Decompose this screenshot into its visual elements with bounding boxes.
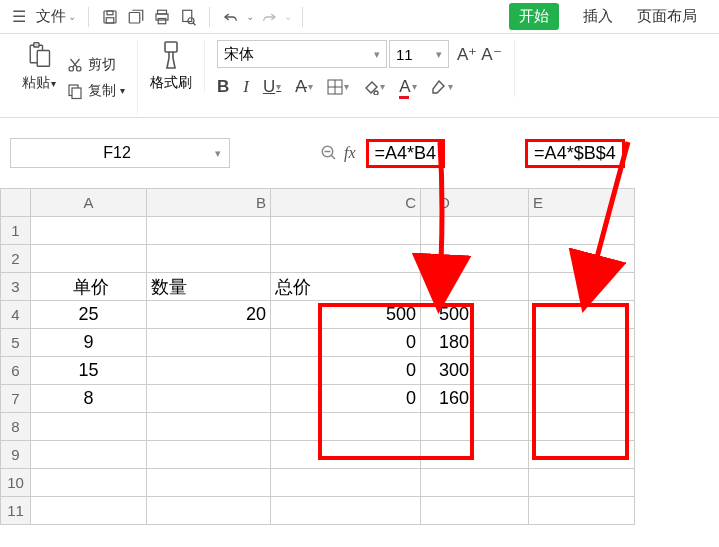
svg-rect-10 [34, 43, 39, 47]
svg-rect-7 [183, 10, 192, 21]
decrease-font-icon[interactable]: A⁻ [481, 44, 501, 65]
row-header[interactable]: 4 [1, 301, 31, 329]
select-all-corner[interactable] [1, 189, 31, 217]
copy-button[interactable]: 复制▾ [66, 82, 125, 100]
row-header[interactable]: 5 [1, 329, 31, 357]
increase-font-icon[interactable]: A⁺ [457, 44, 477, 65]
paste-icon [25, 40, 53, 72]
undo-icon[interactable] [220, 6, 242, 28]
col-header[interactable]: C [271, 189, 421, 217]
tab-start[interactable]: 开始 [509, 3, 559, 30]
font-color-button[interactable]: A▾ [399, 77, 416, 97]
cell[interactable]: 单价 [31, 273, 147, 301]
strikethrough-button[interactable]: A̶▾ [295, 76, 313, 97]
row-header[interactable]: 10 [1, 469, 31, 497]
highlight-button[interactable]: ▾ [431, 79, 453, 95]
row-header[interactable]: 3 [1, 273, 31, 301]
cell[interactable]: 500 [421, 301, 529, 329]
cell[interactable]: 20 [147, 301, 271, 329]
svg-rect-15 [72, 88, 81, 99]
svg-rect-11 [37, 51, 49, 67]
cell[interactable]: 0 [271, 357, 421, 385]
undo-dropdown[interactable]: ⌄ [246, 11, 254, 22]
cell[interactable]: 总价 [271, 273, 421, 301]
svg-rect-16 [165, 42, 177, 52]
underline-button[interactable]: U▾ [263, 77, 281, 97]
file-menu[interactable]: 文件 ⌄ [34, 7, 78, 26]
print-preview-icon[interactable] [177, 6, 199, 28]
title-bar: ☰ 文件 ⌄ ⌄ ⌄ 开始 插入 页面布局 [0, 0, 719, 34]
cell[interactable]: 数量 [147, 273, 271, 301]
print-icon[interactable] [151, 6, 173, 28]
formula-display-e: =A4*$B$4 [525, 139, 625, 168]
col-header[interactable]: D [421, 189, 529, 217]
fx-icon[interactable]: fx [344, 144, 356, 162]
row-header[interactable]: 7 [1, 385, 31, 413]
tab-insert[interactable]: 插入 [583, 3, 613, 30]
svg-rect-3 [129, 12, 140, 23]
cell[interactable]: 500 [271, 301, 421, 329]
brush-icon [159, 40, 183, 72]
row-header[interactable]: 1 [1, 217, 31, 245]
redo-icon[interactable] [258, 6, 280, 28]
svg-rect-6 [158, 18, 166, 23]
paste-button[interactable]: 粘贴▾ [22, 40, 56, 115]
cell[interactable]: 0 [271, 385, 421, 413]
cell[interactable]: 15 [31, 357, 147, 385]
formula-bar: F12▾ fx =A4*B4 =A4*$B$4 [0, 118, 719, 182]
save-as-icon[interactable] [125, 6, 147, 28]
spreadsheet-grid[interactable]: A B C D E 1 2 3单价数量总价 42520500500 590180… [0, 188, 719, 525]
cell[interactable]: 25 [31, 301, 147, 329]
col-header[interactable]: A [31, 189, 147, 217]
svg-rect-2 [106, 17, 114, 22]
ribbon: 粘贴▾ 剪切 复制▾ 格式刷 宋体▾ 11▾ A⁺ A⁻ B I U▾ A̶▾ … [0, 34, 719, 118]
col-header[interactable]: B [147, 189, 271, 217]
zoom-out-icon[interactable] [320, 144, 338, 162]
fill-color-button[interactable]: ▾ [363, 79, 385, 95]
cell[interactable]: 180 [421, 329, 529, 357]
font-name-select[interactable]: 宋体▾ [217, 40, 387, 68]
svg-point-8 [188, 17, 194, 23]
tab-layout[interactable]: 页面布局 [637, 3, 697, 30]
row-header[interactable]: 2 [1, 245, 31, 273]
cell[interactable]: 160 [421, 385, 529, 413]
row-header[interactable]: 8 [1, 413, 31, 441]
formula-display-c: =A4*B4 [366, 139, 446, 168]
col-header[interactable]: E [529, 189, 635, 217]
hamburger-icon[interactable]: ☰ [8, 7, 30, 26]
border-button[interactable]: ▾ [327, 79, 349, 95]
row-header[interactable]: 11 [1, 497, 31, 525]
row-header[interactable]: 9 [1, 441, 31, 469]
cell[interactable]: 9 [31, 329, 147, 357]
redo-dropdown[interactable]: ⌄ [284, 11, 292, 22]
italic-button[interactable]: I [243, 77, 249, 97]
cut-button[interactable]: 剪切 [66, 56, 125, 74]
format-painter-button[interactable]: 格式刷 [138, 40, 205, 92]
cell[interactable]: 8 [31, 385, 147, 413]
save-icon[interactable] [99, 6, 121, 28]
cell[interactable]: 0 [271, 329, 421, 357]
row-header[interactable]: 6 [1, 357, 31, 385]
font-size-select[interactable]: 11▾ [389, 40, 449, 68]
cell[interactable]: 300 [421, 357, 529, 385]
bold-button[interactable]: B [217, 77, 229, 97]
name-box[interactable]: F12▾ [10, 138, 230, 168]
svg-rect-1 [107, 11, 113, 15]
